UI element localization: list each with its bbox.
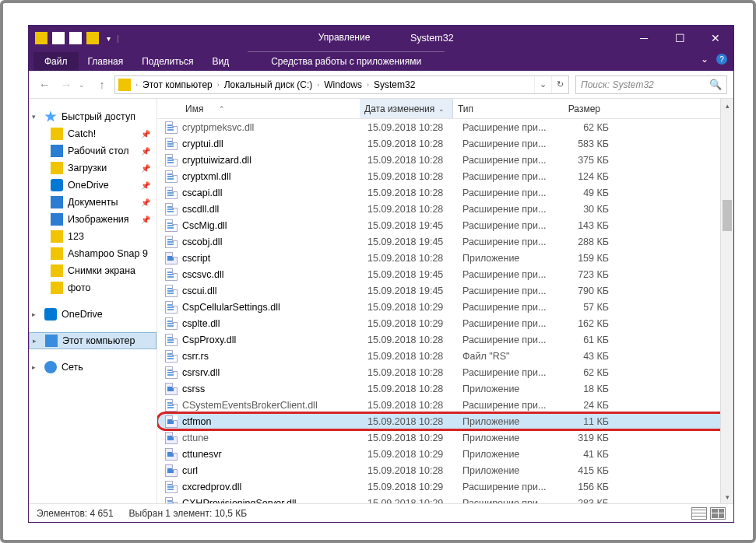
breadcrumb[interactable]: System32 <box>371 79 418 90</box>
navigation-pane: Быстрый доступ Catch!📌 Рабочий стол📌 Заг… <box>29 99 157 503</box>
status-count: Элементов: 4 651 <box>37 508 114 519</box>
search-icon[interactable]: 🔍 <box>709 79 722 90</box>
sidebar-item[interactable]: Catch!📌 <box>29 125 156 142</box>
sidebar-onedrive[interactable]: OneDrive <box>29 306 156 323</box>
file-name: CXHProvisioningServer.dll <box>182 498 367 504</box>
file-row[interactable]: cryptpmeksvc.dll15.09.2018 10:28Расширен… <box>157 119 733 135</box>
sidebar-item[interactable]: фото <box>29 279 156 296</box>
folder-icon <box>118 79 131 91</box>
file-date: 15.09.2018 10:28 <box>367 335 462 345</box>
qat-icon[interactable] <box>86 32 99 44</box>
sidebar-item[interactable]: Снимки экрана <box>29 262 156 279</box>
file-row[interactable]: csrss15.09.2018 10:28Приложение18 КБ <box>157 380 733 397</box>
file-row[interactable]: cscapi.dll15.09.2018 10:28Расширение при… <box>157 184 733 201</box>
tab-context-tools[interactable]: Средства работы с приложениями <box>248 51 445 71</box>
file-type: Расширение при... <box>462 138 556 149</box>
sidebar-item[interactable]: OneDrive📌 <box>29 177 156 194</box>
file-row[interactable]: cscobj.dll15.09.2018 19:45Расширение при… <box>157 233 733 250</box>
scroll-up-button[interactable]: ▴ <box>721 99 733 112</box>
sidebar-quick-access[interactable]: Быстрый доступ <box>29 108 156 125</box>
view-details-button[interactable] <box>691 507 707 520</box>
tab-file[interactable]: Файл <box>33 52 79 71</box>
view-large-button[interactable] <box>710 507 726 520</box>
file-date: 15.09.2018 10:28 <box>367 367 462 378</box>
address-dropdown[interactable]: ⌄ <box>534 76 551 93</box>
file-row[interactable]: CspCellularSettings.dll15.09.2018 10:29Р… <box>157 299 733 315</box>
history-dropdown[interactable]: ⌄ <box>79 81 85 89</box>
file-row[interactable]: CSystemEventsBrokerClient.dll15.09.2018 … <box>157 397 733 413</box>
maximize-button[interactable]: ☐ <box>662 26 698 51</box>
back-button[interactable]: ← <box>35 75 54 94</box>
file-row[interactable]: cxcredprov.dll15.09.2018 10:29Расширение… <box>157 478 733 495</box>
context-tab-label: Управление <box>290 26 399 43</box>
file-row[interactable]: CspProxy.dll15.09.2018 10:28Расширение п… <box>157 331 733 348</box>
file-icon <box>165 415 178 428</box>
column-type[interactable]: Тип <box>453 103 547 114</box>
file-name: csplte.dll <box>182 318 367 329</box>
file-row[interactable]: csrsrv.dll15.09.2018 10:28Расширение при… <box>157 364 733 380</box>
file-type: Расширение при... <box>462 171 556 182</box>
filter-dropdown-icon[interactable]: ⌄ <box>438 105 445 113</box>
file-row[interactable]: csplte.dll15.09.2018 10:29Расширение при… <box>157 315 733 331</box>
file-size: 415 КБ <box>556 465 609 476</box>
tab-home[interactable]: Главная <box>79 52 133 71</box>
qat-dropdown-icon[interactable]: ▾ <box>107 34 111 43</box>
file-row[interactable]: cscui.dll15.09.2018 19:45Расширение при.… <box>157 282 733 299</box>
file-row[interactable]: csrr.rs15.09.2018 10:28Файл "RS"43 КБ <box>157 348 733 364</box>
sidebar-item[interactable]: Загрузки📌 <box>29 159 156 177</box>
file-icon <box>165 366 178 379</box>
titlebar[interactable]: ▾ | Управление System32 ─ ☐ ✕ <box>29 26 733 51</box>
breadcrumb[interactable]: Windows <box>321 79 365 90</box>
minimize-button[interactable]: ─ <box>626 26 662 51</box>
file-row[interactable]: cryptui.dll15.09.2018 10:28Расширение пр… <box>157 135 733 152</box>
sidebar-this-pc[interactable]: Этот компьютер <box>29 332 156 349</box>
file-row[interactable]: curl15.09.2018 10:28Приложение415 КБ <box>157 462 733 478</box>
breadcrumb[interactable]: Этот компьютер <box>139 79 216 90</box>
file-size: 30 КБ <box>556 204 609 215</box>
scroll-down-button[interactable]: ▾ <box>721 490 733 503</box>
qat-icon[interactable] <box>52 32 65 44</box>
file-row[interactable]: CscMig.dll15.09.2018 19:45Расширение при… <box>157 217 733 233</box>
file-size: 49 КБ <box>556 187 609 198</box>
file-date: 15.09.2018 10:28 <box>367 138 462 149</box>
file-row[interactable]: ctfmon15.09.2018 10:28Приложение11 КБ <box>157 413 733 429</box>
file-row[interactable]: CXHProvisioningServer.dll15.09.2018 10:2… <box>157 495 733 503</box>
up-button[interactable]: ↑ <box>93 75 111 94</box>
file-list[interactable]: cryptpmeksvc.dll15.09.2018 10:28Расширен… <box>157 119 733 503</box>
file-row[interactable]: cscdll.dll15.09.2018 10:28Расширение при… <box>157 201 733 217</box>
qat-icon[interactable] <box>69 32 82 44</box>
sidebar-item[interactable]: Рабочий стол📌 <box>29 142 156 159</box>
tab-view[interactable]: Вид <box>202 52 238 71</box>
file-row[interactable]: cttunesvr15.09.2018 10:29Приложение41 КБ <box>157 446 733 462</box>
scroll-thumb[interactable] <box>723 200 732 231</box>
forward-button[interactable]: → <box>57 75 76 94</box>
scrollbar[interactable]: ▴ ▾ <box>720 99 733 503</box>
file-row[interactable]: cryptxml.dll15.09.2018 10:28Расширение п… <box>157 168 733 184</box>
sidebar-item[interactable]: Документы📌 <box>29 194 156 211</box>
column-date[interactable]: Дата изменения⌄ <box>360 99 453 118</box>
file-type: Расширение при... <box>462 204 556 215</box>
tab-share[interactable]: Поделиться <box>132 52 202 71</box>
refresh-button[interactable]: ↻ <box>551 76 568 93</box>
file-row[interactable]: cscsvc.dll15.09.2018 19:45Расширение при… <box>157 266 733 282</box>
file-row[interactable]: cttune15.09.2018 10:29Приложение319 КБ <box>157 429 733 446</box>
sidebar-item[interactable]: Ashampoo Snap 9 <box>29 245 156 262</box>
close-button[interactable]: ✕ <box>698 26 733 51</box>
column-size[interactable]: Размер <box>547 103 605 114</box>
file-name: CspCellularSettings.dll <box>182 302 367 313</box>
file-row[interactable]: cscript15.09.2018 10:28Приложение159 КБ <box>157 250 733 266</box>
file-date: 15.09.2018 19:45 <box>367 236 462 247</box>
file-row[interactable]: cryptuiwizard.dll15.09.2018 10:28Расшире… <box>157 152 733 168</box>
sidebar-item[interactable]: 123 <box>29 228 156 245</box>
file-size: 61 КБ <box>556 335 609 345</box>
breadcrumb[interactable]: Локальный диск (C:) <box>221 79 316 90</box>
ribbon-expand-icon[interactable]: ⌄ <box>701 54 709 65</box>
window-title: System32 <box>410 33 454 44</box>
sidebar-network[interactable]: Сеть <box>29 359 156 376</box>
file-size: 790 КБ <box>556 286 609 296</box>
help-icon[interactable]: ? <box>716 54 727 65</box>
column-name[interactable]: Имя⌃ <box>181 103 360 114</box>
search-input[interactable]: Поиск: System32 🔍 <box>575 75 727 94</box>
address-bar[interactable]: › Этот компьютер › Локальный диск (C:) ›… <box>114 75 569 94</box>
sidebar-item[interactable]: Изображения📌 <box>29 211 156 228</box>
